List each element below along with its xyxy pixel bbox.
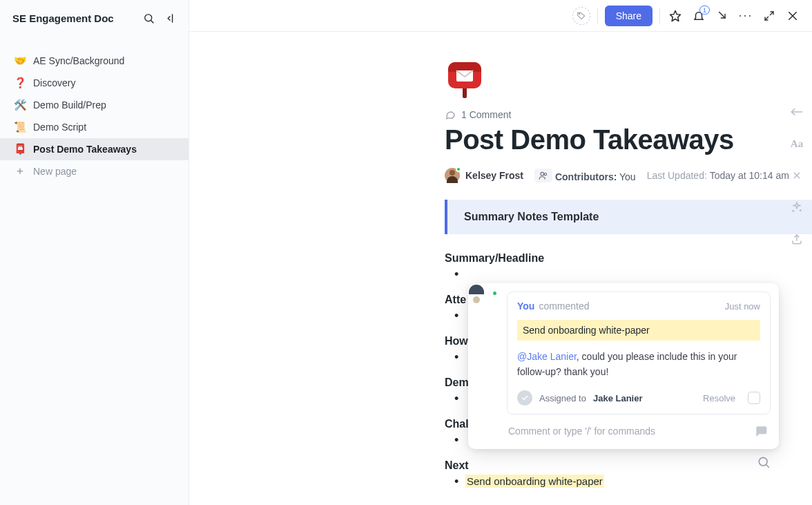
svg-point-13 [541, 172, 544, 175]
sidebar-item-label: New page [33, 166, 77, 177]
comment-assign-row: Assigned to Jake Lanier Resolve [517, 390, 760, 406]
divider [659, 8, 660, 24]
share-button[interactable]: Share [605, 6, 652, 26]
svg-point-16 [800, 210, 802, 211]
highlighted-text: Send onboarding white-paper [465, 475, 604, 488]
svg-line-6 [770, 12, 773, 15]
presence-dot-icon [492, 290, 498, 296]
comment-popover: You commented Just now Send onboarding w… [468, 283, 779, 449]
sidebar-item-label: Demo Build/Prep [33, 99, 106, 111]
page-emoji[interactable] [445, 59, 485, 99]
handshake-icon: 🤝 [14, 55, 26, 67]
section-heading[interactable]: Summary/Headline [445, 252, 812, 265]
svg-line-7 [765, 17, 768, 20]
send-comment-icon[interactable] [751, 423, 771, 439]
sidebar-item-ae-sync[interactable]: 🤝 AE Sync/Background [0, 50, 188, 72]
mailbox-icon: 📮 [14, 143, 26, 155]
collapse-sidebar-icon[interactable] [162, 10, 179, 26]
mention[interactable]: @Jake Lanier [517, 351, 577, 362]
notification-badge: 1 [699, 6, 710, 15]
svg-point-3 [579, 13, 579, 14]
svg-marker-4 [670, 10, 681, 21]
comment-body: @Jake Lanier, could you please include t… [517, 349, 760, 379]
sidebar-item-demo-script[interactable]: 📜 Demo Script [0, 116, 188, 138]
comment-action: commented [539, 301, 589, 312]
resolve-checkbox[interactable] [748, 392, 760, 404]
sidebar-item-label: Discovery [33, 77, 75, 88]
svg-line-5 [719, 12, 725, 19]
sidebar-item-post-demo[interactable]: 📮 Post Demo Takeaways [0, 138, 188, 160]
svg-line-20 [766, 465, 769, 468]
topbar: Share 1 ··· [189, 0, 812, 32]
owner-name: Kelsey Frost [465, 170, 523, 181]
question-icon: ❓ [14, 77, 26, 89]
width-toggle-icon[interactable] [789, 104, 805, 120]
comment-thread: You commented Just now Send onboarding w… [507, 292, 771, 415]
highlighted-text: Send onboarding white-paper [517, 320, 760, 341]
star-icon[interactable] [667, 8, 684, 24]
list-item[interactable] [445, 266, 812, 280]
tags-icon[interactable] [572, 7, 590, 25]
export-icon[interactable] [789, 231, 805, 247]
comment-author: You [517, 301, 534, 312]
document-meta: Kelsey Frost Contributors: You Last Upda… [445, 168, 812, 183]
assigned-label: Assigned to [539, 393, 586, 403]
link-icon[interactable] [789, 167, 805, 184]
comment-count-label: 1 Comment [461, 109, 511, 120]
presence-dot-icon [456, 166, 461, 172]
updated-label: Last Updated: [647, 170, 707, 181]
svg-point-17 [793, 211, 794, 212]
document-title[interactable]: Post Demo Takeaways [445, 124, 812, 155]
page-search-icon[interactable] [754, 452, 773, 472]
comment-reply-row [507, 421, 771, 441]
expand-icon[interactable] [761, 8, 777, 24]
last-updated: Last Updated: Today at 10:14 am [647, 170, 789, 181]
comment-header: You commented Just now [517, 301, 760, 312]
sidebar-item-discovery[interactable]: ❓ Discovery [0, 72, 188, 94]
avatar [445, 168, 460, 183]
right-tool-rail: Aa [782, 32, 812, 247]
comment-author-avatar-col [476, 292, 500, 441]
tools-icon: 🛠️ [14, 99, 26, 111]
scroll-icon: 📜 [14, 121, 26, 133]
template-callout[interactable]: Summary Notes Template [445, 200, 812, 234]
sidebar: SE Engagement Doc 🤝 AE Sync/Background ❓… [0, 0, 189, 505]
download-icon[interactable] [714, 8, 731, 24]
sidebar-item-label: Demo Script [33, 122, 86, 133]
divider [597, 8, 598, 24]
contributors-chip [534, 169, 552, 182]
section: Summary/Headline [445, 252, 812, 287]
contributors[interactable]: Contributors: You [534, 169, 636, 182]
sidebar-new-page[interactable]: + New page [0, 160, 188, 182]
sparkle-icon[interactable] [789, 199, 805, 216]
sidebar-item-label: AE Sync/Background [33, 55, 124, 66]
sidebar-item-demo-build[interactable]: 🛠️ Demo Build/Prep [0, 94, 188, 116]
svg-rect-10 [463, 87, 467, 98]
contributors-value: You [619, 171, 636, 182]
comment-quote: Send onboarding white-paper [517, 320, 760, 341]
svg-point-14 [544, 173, 547, 176]
sidebar-nav: 🤝 AE Sync/Background ❓ Discovery 🛠️ Demo… [0, 33, 188, 182]
doc-root-title: SE Engagement Doc [12, 12, 135, 24]
assignee-name[interactable]: Jake Lanier [593, 393, 643, 403]
search-icon[interactable] [140, 10, 157, 26]
updated-value: Today at 10:14 am [710, 170, 789, 181]
document-owner[interactable]: Kelsey Frost [445, 168, 523, 183]
list-item[interactable]: Send onboarding white-paper [445, 473, 812, 490]
comment-timestamp: Just now [725, 301, 760, 312]
document-scroll: 1 Comment Post Demo Takeaways Kelsey Fro… [189, 32, 812, 505]
comment-count[interactable]: 1 Comment [445, 109, 812, 120]
contributors-label: Contributors: [555, 171, 617, 182]
sidebar-header: SE Engagement Doc [0, 0, 188, 33]
close-icon[interactable] [784, 8, 801, 24]
more-icon[interactable]: ··· [737, 8, 754, 24]
main-area: Share 1 ··· [189, 0, 812, 505]
sidebar-item-label: Post Demo Takeaways [33, 144, 137, 155]
typography-icon[interactable]: Aa [789, 135, 805, 152]
comment-reply-input[interactable] [507, 421, 746, 441]
plus-icon: + [14, 164, 26, 178]
assign-check-icon[interactable] [517, 390, 532, 406]
notifications-icon[interactable]: 1 [690, 8, 707, 24]
resolve-button[interactable]: Resolve [703, 393, 735, 403]
svg-line-1 [151, 20, 153, 22]
